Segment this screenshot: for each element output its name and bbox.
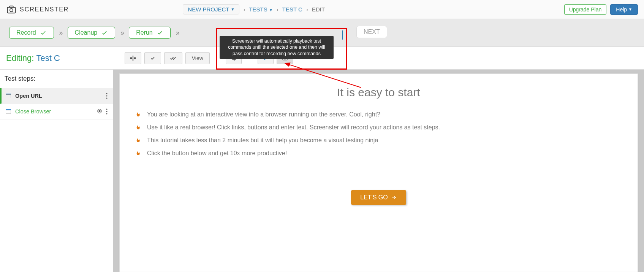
settings-button[interactable] <box>226 52 242 64</box>
svg-rect-0 <box>8 7 16 13</box>
breadcrumbs: NEW PROJECT ▼ › TESTS ▼ › TEST C › EDIT <box>183 4 564 14</box>
rerun-pill[interactable]: Rerun <box>129 27 171 39</box>
approve-all-button[interactable] <box>164 52 182 64</box>
list-item: This tutorial takes less than 2 minutes … <box>135 134 622 147</box>
check-icon <box>149 56 156 61</box>
crumb-sep: › <box>275 6 280 13</box>
help-button[interactable]: Help ▼ <box>610 4 638 15</box>
svg-point-13 <box>106 95 107 96</box>
crumb-tests[interactable]: TESTS ▼ <box>249 6 272 13</box>
help-button-label: Help <box>616 6 627 13</box>
crumb-test[interactable]: TEST C <box>282 6 302 13</box>
header-right: Upgrade Plan Help ▼ <box>564 4 638 15</box>
play-button[interactable] <box>258 52 274 64</box>
svg-rect-2 <box>9 6 13 7</box>
arrow-sep: ›› <box>176 29 179 37</box>
list-item: You are looking at an interactive view i… <box>135 108 622 121</box>
double-check-icon <box>169 56 177 61</box>
workflow-steps: Record ›› Cleanup ›› Rerun ›› NEXT <box>0 19 644 47</box>
fire-icon <box>135 138 140 144</box>
crumb-project-label: NEW PROJECT <box>188 6 229 13</box>
check-icon <box>101 29 108 36</box>
check-icon <box>157 29 163 36</box>
divider <box>342 30 343 40</box>
editing-test-name: Test C <box>36 53 60 63</box>
camera-icon <box>282 55 288 61</box>
tutorial-title: It is easy to start <box>135 86 622 99</box>
record-from-here-button[interactable] <box>277 52 293 64</box>
caret-down-icon: ▼ <box>628 7 632 11</box>
logo-text: SCREENSTER <box>20 6 69 13</box>
fire-icon <box>135 151 140 157</box>
check-icon <box>40 29 47 36</box>
lets-go-label: LET'S GO <box>360 194 388 201</box>
svg-point-1 <box>10 8 13 11</box>
compare-icon <box>130 56 136 61</box>
svg-point-14 <box>106 97 107 99</box>
svg-rect-18 <box>99 110 99 112</box>
crumb-sep: › <box>305 6 310 13</box>
svg-rect-7 <box>283 57 287 60</box>
content-area: It is easy to start You are looking at a… <box>113 70 644 272</box>
list-item-text: Click the button below and get 10x more … <box>147 150 287 157</box>
svg-rect-16 <box>6 110 11 114</box>
pause-icon[interactable] <box>97 108 102 115</box>
svg-rect-9 <box>284 56 286 57</box>
step-open-url[interactable]: Open URL <box>0 88 113 104</box>
fire-icon <box>135 112 140 118</box>
list-item: Click the button below and get 10x more … <box>135 147 622 160</box>
svg-rect-6 <box>134 57 136 59</box>
browser-icon <box>5 93 11 99</box>
list-item-text: Use it like a real browser! Click links,… <box>147 124 440 131</box>
crumb-project[interactable]: NEW PROJECT ▼ <box>183 4 239 14</box>
list-item: Use it like a real browser! Click links,… <box>135 121 622 134</box>
svg-rect-5 <box>130 57 132 59</box>
view-button[interactable]: View <box>185 52 210 64</box>
camera-icon <box>6 4 17 15</box>
svg-rect-19 <box>100 110 100 112</box>
upgrade-plan-button[interactable]: Upgrade Plan <box>564 4 607 15</box>
crumb-sep: › <box>242 6 247 13</box>
svg-point-12 <box>106 93 107 94</box>
topbar: SCREENSTER NEW PROJECT ▼ › TESTS ▼ › TES… <box>0 0 644 19</box>
svg-point-8 <box>284 57 286 59</box>
arrow-sep: ›› <box>120 29 123 37</box>
logo: SCREENSTER <box>6 4 69 15</box>
svg-rect-4 <box>133 56 133 61</box>
cleanup-pill[interactable]: Cleanup <box>68 27 116 39</box>
crumb-tests-label: TESTS <box>249 6 267 13</box>
sidebar-title: Test steps: <box>0 70 113 88</box>
browser-icon <box>5 108 11 115</box>
gear-icon <box>231 55 237 61</box>
list-item-text: This tutorial takes less than 2 minutes … <box>147 137 378 144</box>
kebab-icon[interactable] <box>106 93 108 99</box>
lets-go-button[interactable]: LET'S GO <box>351 190 406 205</box>
record-pill[interactable]: Record <box>9 27 54 39</box>
cleanup-pill-label: Cleanup <box>75 29 98 36</box>
editing-label: Editing: <box>6 53 34 63</box>
svg-point-20 <box>106 108 107 110</box>
step-label: Open URL <box>15 93 102 99</box>
svg-point-17 <box>98 109 102 113</box>
sidebar: Test steps: Open URL Close Browser <box>0 70 113 272</box>
svg-point-21 <box>106 111 107 112</box>
step-label: Close Browser <box>15 108 93 115</box>
record-pill-label: Record <box>16 29 36 36</box>
kebab-icon[interactable] <box>106 108 108 115</box>
main: Test steps: Open URL Close Browser <box>0 70 644 272</box>
caret-down-icon: ▼ <box>231 7 235 11</box>
compare-button[interactable] <box>125 52 141 64</box>
tutorial-list: You are looking at an interactive view i… <box>135 108 622 160</box>
fire-icon <box>135 125 140 131</box>
svg-point-22 <box>106 113 107 114</box>
editing-row: Editing: Test C View <box>0 47 644 70</box>
step-actions <box>106 93 108 99</box>
svg-rect-11 <box>6 95 11 98</box>
arrow-sep: ›› <box>59 29 62 37</box>
toolbar: View <box>125 52 293 64</box>
tutorial-panel: It is easy to start You are looking at a… <box>119 73 638 272</box>
approve-button[interactable] <box>144 52 161 64</box>
step-close-browser[interactable]: Close Browser <box>0 104 113 119</box>
next-button[interactable]: NEXT <box>356 26 387 38</box>
list-item-text: You are looking at an interactive view i… <box>147 111 380 118</box>
